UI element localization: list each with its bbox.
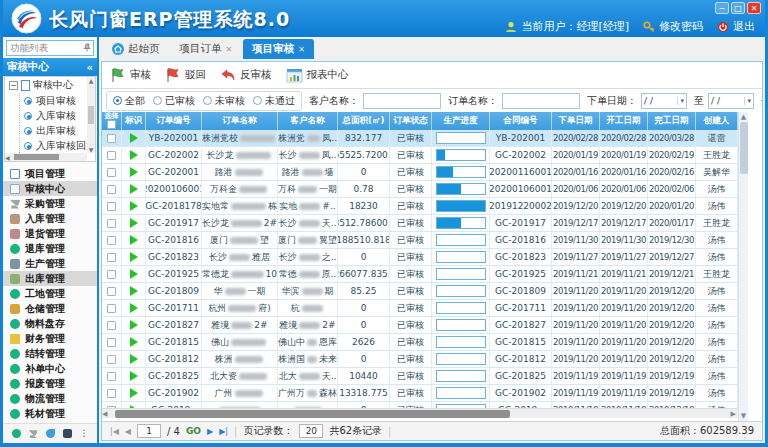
table-row[interactable]: GC-2018..0已审核GC-2018..2019/11/182019/11/… xyxy=(102,402,738,408)
page-number-input[interactable] xyxy=(137,424,161,438)
row-checkbox[interactable] xyxy=(107,406,116,409)
column-header-客户名称[interactable]: 客户名称 xyxy=(278,112,338,130)
row-checkbox[interactable] xyxy=(107,338,116,347)
tree-horizontal-scrollbar[interactable]: ◀ xyxy=(5,153,87,161)
toolbar-button-驳回[interactable]: 驳回 xyxy=(165,67,206,83)
column-header-订单编号[interactable]: 订单编号 xyxy=(146,112,202,130)
tree-root[interactable]: − 审核中心 xyxy=(5,77,95,93)
sidebar-item-财务管理[interactable]: 财务管理 xyxy=(3,331,97,346)
column-header-开工日期[interactable]: 开工日期 xyxy=(600,112,648,130)
toolbar-button-报表中心[interactable]: 报表中心 xyxy=(286,68,349,83)
tree-item-入库审核[interactable]: 入库审核 xyxy=(19,108,95,123)
logout-button[interactable]: 退出 xyxy=(717,19,755,34)
column-header-标识[interactable]: 标识 xyxy=(122,112,146,130)
row-checkbox[interactable] xyxy=(107,287,116,296)
radio-未通过[interactable]: 未通过 xyxy=(253,94,295,108)
maximize-button[interactable]: □ xyxy=(731,2,745,14)
column-header-生产进度[interactable]: 生产进度 xyxy=(432,112,490,130)
leaf-icon[interactable] xyxy=(46,429,55,438)
column-header-选择[interactable]: 选择 xyxy=(102,112,122,130)
next-page-button[interactable]: ▶ xyxy=(207,427,213,436)
column-header-下单日期[interactable]: 下单日期 xyxy=(552,112,600,130)
table-row[interactable]: GC-201902广州广州万森林13318.775已审核GC-201902201… xyxy=(102,385,738,402)
dropdown-arrow-icon[interactable]: ▾ xyxy=(744,97,751,105)
tree-item-出库审核[interactable]: 出库审核 xyxy=(19,123,95,138)
table-row[interactable]: GC-201925常德龙10常德原..266077.835..已审核GC-201… xyxy=(102,266,738,283)
horizontal-scrollbar[interactable]: ◀▶ xyxy=(102,408,738,418)
radio-未审核[interactable]: 未审核 xyxy=(203,94,245,108)
last-page-button[interactable]: ▶| xyxy=(219,427,228,436)
column-header-合同编号[interactable]: 合同编号 xyxy=(490,112,552,130)
sidebar-item-仓储管理[interactable]: 仓储管理 xyxy=(3,301,97,316)
table-row[interactable]: GC-201815佛山佛山中恩库2626已审核GC-2018152019/11/… xyxy=(102,334,738,351)
table-row[interactable]: GC-201827雅境2#雅境2#0已审核GC-2018272019/11/20… xyxy=(102,317,738,334)
toolbar-button-审核[interactable]: 审核 xyxy=(110,67,151,83)
row-checkbox[interactable] xyxy=(107,270,116,279)
sidebar-item-报废管理[interactable]: 报废管理 xyxy=(3,376,97,391)
date-input[interactable]: / /▾ xyxy=(708,93,754,109)
row-checkbox[interactable] xyxy=(107,134,116,143)
row-checkbox[interactable] xyxy=(107,151,116,160)
sidebar-item-退库管理[interactable]: 退库管理 xyxy=(3,241,97,256)
function-search-input[interactable] xyxy=(6,40,94,56)
tab-项目审核[interactable]: 项目审核✕ xyxy=(243,39,314,59)
collapse-icon[interactable]: « xyxy=(87,62,93,73)
sidebar-item-物流管理[interactable]: 物流管理 xyxy=(3,391,97,406)
sidebar-item-审核中心[interactable]: 审核中心 xyxy=(3,181,97,196)
sidebar-item-退货管理[interactable]: 退货管理 xyxy=(3,226,97,241)
close-button[interactable]: ✕ xyxy=(747,2,761,14)
cart-icon[interactable] xyxy=(29,429,38,438)
radio-全部[interactable]: 全部 xyxy=(113,94,145,108)
row-checkbox[interactable] xyxy=(107,389,116,398)
sidebar-item-耗材管理[interactable]: 耗材管理 xyxy=(3,406,97,421)
column-header-总面积(㎡)[interactable]: 总面积(㎡) xyxy=(338,112,390,130)
table-row[interactable]: GC-201825北大资北大天..10440已审核GC-2018252019/1… xyxy=(102,368,738,385)
row-checkbox[interactable] xyxy=(107,372,116,381)
table-row[interactable]: GC-201809华一期华滨期85.25已审核GC-2018092019/11/… xyxy=(102,283,738,300)
first-page-button[interactable]: |◀ xyxy=(110,427,119,436)
radio-已审核[interactable]: 已审核 xyxy=(153,94,195,108)
select-all-checkbox[interactable] xyxy=(107,120,116,129)
date-input[interactable]: / /▾ xyxy=(641,93,687,109)
column-header-订单名称[interactable]: 订单名称 xyxy=(202,112,278,130)
toolbar-button-反审核[interactable]: 反审核 xyxy=(220,68,272,82)
tab-起始页[interactable]: 起始页 xyxy=(103,39,169,59)
row-checkbox[interactable] xyxy=(107,168,116,177)
table-row[interactable]: GC-201917长沙龙2#长沙天..8512.78600..已审核GC-201… xyxy=(102,215,738,232)
go-button[interactable]: GO xyxy=(186,426,201,436)
sidebar-item-采购管理[interactable]: 采购管理 xyxy=(3,196,97,211)
sidebar-item-生产管理[interactable]: 生产管理 xyxy=(3,256,97,271)
tree-vertical-scrollbar[interactable]: ▲▼ xyxy=(87,77,95,153)
tree-item-项目审核[interactable]: 项目审核 xyxy=(19,93,95,108)
row-checkbox[interactable] xyxy=(107,202,116,211)
sidebar-item-物料盘存[interactable]: 物料盘存 xyxy=(3,316,97,331)
sidebar-item-补单中心[interactable]: 补单中心 xyxy=(3,361,97,376)
row-checkbox[interactable] xyxy=(107,355,116,364)
tree-collapse-toggle[interactable]: − xyxy=(9,81,18,90)
table-row[interactable]: GC-201823长沙雅居长沙之..0已审核GC-2018232019/11/2… xyxy=(102,249,738,266)
sidebar-item-出库管理[interactable]: 出库管理 xyxy=(3,271,97,286)
column-header-订单状态[interactable]: 订单状态 xyxy=(390,112,432,130)
table-row[interactable]: GC-201711杭州府)杭0已审核GC-2017112019/11/20201… xyxy=(102,300,738,317)
page-size-input[interactable] xyxy=(299,424,323,438)
sidebar-item-入库管理[interactable]: 入库管理 xyxy=(3,211,97,226)
dot-icon[interactable] xyxy=(12,429,21,438)
change-password-button[interactable]: 修改密码 xyxy=(643,19,703,34)
table-row[interactable]: GC-202001路港路港墙0已审核202001160012020/01/162… xyxy=(102,164,738,181)
table-row[interactable]: 20200106001万科金万科一期0.78已审核202001060012020… xyxy=(102,181,738,198)
table-row[interactable]: GC-2018178实地常栋实地#..18230已审核2019122000220… xyxy=(102,198,738,215)
book-icon[interactable] xyxy=(63,429,72,438)
table-row[interactable]: GC-202002长沙龙长沙凤..65525.7200..已审核GC-20200… xyxy=(102,147,738,164)
tab-close-icon[interactable]: ✕ xyxy=(226,45,233,54)
row-checkbox[interactable] xyxy=(107,253,116,262)
column-header-完工日期[interactable]: 完工日期 xyxy=(648,112,696,130)
row-checkbox[interactable] xyxy=(107,219,116,228)
row-checkbox[interactable] xyxy=(107,304,116,313)
tree-item-入库审核回退[interactable]: 入库审核回退 xyxy=(19,138,95,153)
customer-name-input[interactable] xyxy=(363,93,441,109)
table-row[interactable]: GC-201816厦门望厦门翼望188510.818已审核GC-20181620… xyxy=(102,232,738,249)
row-checkbox[interactable] xyxy=(107,185,116,194)
sidebar-item-项目管理[interactable]: 项目管理 xyxy=(3,166,97,181)
vertical-scrollbar[interactable]: ▲▼ xyxy=(738,112,748,421)
table-row[interactable]: YB-202001株洲党校株洲党凤..832.177已审核YB-20200120… xyxy=(102,130,738,147)
